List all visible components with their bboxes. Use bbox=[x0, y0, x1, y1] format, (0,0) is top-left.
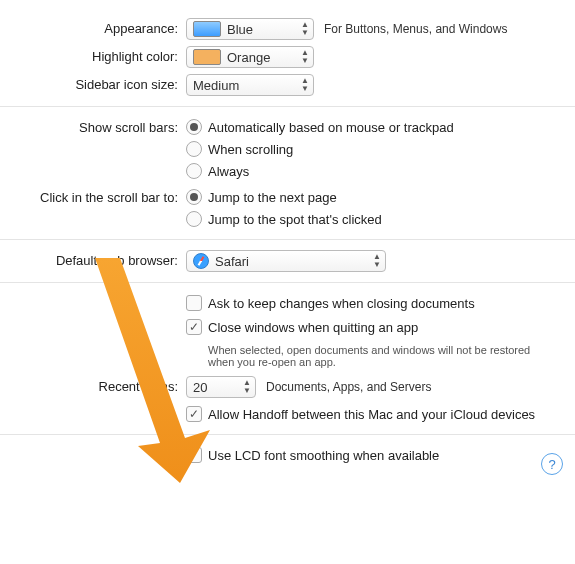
radio-icon bbox=[186, 189, 202, 205]
radio-icon bbox=[186, 119, 202, 135]
clickscroll-option-clicked-spot[interactable]: Jump to the spot that's clicked bbox=[186, 209, 382, 229]
radio-icon bbox=[186, 141, 202, 157]
orange-swatch-icon bbox=[193, 49, 221, 65]
separator bbox=[0, 282, 575, 283]
safari-icon bbox=[193, 253, 209, 269]
radio-label: Always bbox=[208, 164, 249, 179]
highlight-label: Highlight color: bbox=[0, 46, 186, 64]
chevron-updown-icon: ▲▼ bbox=[301, 77, 309, 93]
close-windows-subtext: When selected, open documents and window… bbox=[208, 344, 548, 368]
checkbox-icon bbox=[186, 295, 202, 311]
checkbox-icon bbox=[186, 319, 202, 335]
browser-label: Default web browser: bbox=[0, 250, 186, 268]
check-label: Ask to keep changes when closing documen… bbox=[208, 296, 475, 311]
sidebar-size-popup[interactable]: Medium ▲▼ bbox=[186, 74, 314, 96]
radio-label: Jump to the next page bbox=[208, 190, 337, 205]
lcd-smoothing-checkbox[interactable]: Use LCD font smoothing when available bbox=[186, 445, 439, 465]
blue-swatch-icon bbox=[193, 21, 221, 37]
chevron-updown-icon: ▲▼ bbox=[243, 379, 251, 395]
browser-value: Safari bbox=[215, 254, 249, 269]
ask-changes-checkbox[interactable]: Ask to keep changes when closing documen… bbox=[186, 293, 475, 313]
chevron-updown-icon: ▲▼ bbox=[373, 253, 381, 269]
chevron-updown-icon: ▲▼ bbox=[301, 49, 309, 65]
browser-popup[interactable]: Safari ▲▼ bbox=[186, 250, 386, 272]
radio-icon bbox=[186, 163, 202, 179]
chevron-updown-icon: ▲▼ bbox=[301, 21, 309, 37]
sidebar-size-label: Sidebar icon size: bbox=[0, 74, 186, 92]
appearance-value: Blue bbox=[227, 22, 253, 37]
checkbox-icon bbox=[186, 406, 202, 422]
radio-icon bbox=[186, 211, 202, 227]
separator bbox=[0, 106, 575, 107]
highlight-popup[interactable]: Orange ▲▼ bbox=[186, 46, 314, 68]
appearance-hint: For Buttons, Menus, and Windows bbox=[324, 22, 507, 36]
radio-label: Automatically based on mouse or trackpad bbox=[208, 120, 454, 135]
scrollbars-option-auto[interactable]: Automatically based on mouse or trackpad bbox=[186, 117, 454, 137]
recent-items-popup[interactable]: 20 ▲▼ bbox=[186, 376, 256, 398]
check-label: Use LCD font smoothing when available bbox=[208, 448, 439, 463]
scrollbars-label: Show scroll bars: bbox=[0, 117, 186, 135]
separator bbox=[0, 434, 575, 435]
recent-value: 20 bbox=[193, 380, 207, 395]
help-button[interactable]: ? bbox=[541, 453, 563, 475]
check-label: Allow Handoff between this Mac and your … bbox=[208, 407, 535, 422]
checkbox-icon bbox=[186, 447, 202, 463]
appearance-popup[interactable]: Blue ▲▼ bbox=[186, 18, 314, 40]
highlight-value: Orange bbox=[227, 50, 270, 65]
appearance-label: Appearance: bbox=[0, 18, 186, 36]
clickscroll-label: Click in the scroll bar to: bbox=[0, 187, 186, 205]
handoff-checkbox[interactable]: Allow Handoff between this Mac and your … bbox=[186, 404, 535, 424]
sidebar-size-value: Medium bbox=[193, 78, 239, 93]
radio-label: When scrolling bbox=[208, 142, 293, 157]
radio-label: Jump to the spot that's clicked bbox=[208, 212, 382, 227]
recent-label: Recent items: bbox=[0, 376, 186, 394]
scrollbars-option-always[interactable]: Always bbox=[186, 161, 454, 181]
recent-hint: Documents, Apps, and Servers bbox=[266, 380, 431, 394]
separator bbox=[0, 239, 575, 240]
clickscroll-option-next-page[interactable]: Jump to the next page bbox=[186, 187, 382, 207]
check-label: Close windows when quitting an app bbox=[208, 320, 418, 335]
scrollbars-option-when-scrolling[interactable]: When scrolling bbox=[186, 139, 454, 159]
close-windows-checkbox[interactable]: Close windows when quitting an app bbox=[186, 317, 418, 337]
